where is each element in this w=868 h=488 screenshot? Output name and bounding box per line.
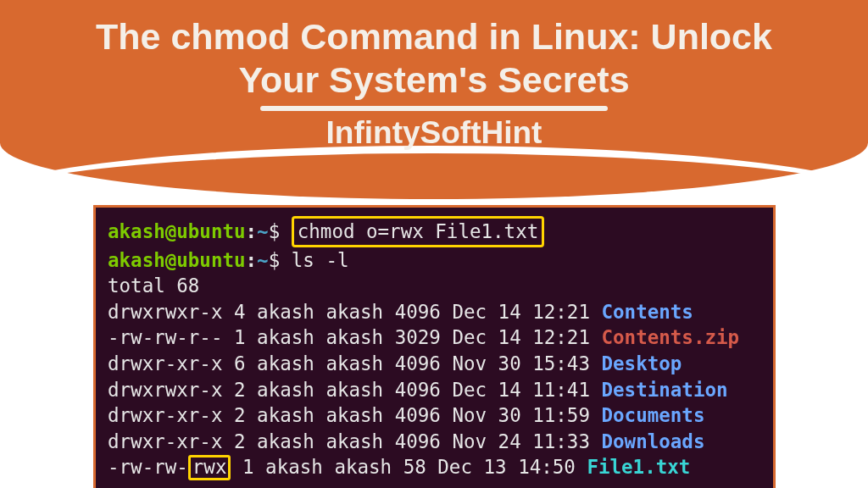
prompt-host: ubuntu [176, 249, 245, 271]
size: 3029 [395, 326, 441, 348]
owner: akash [257, 352, 314, 374]
owner: akash [257, 301, 314, 323]
highlight-cmd1: chmod o=rwx File1.txt [292, 216, 544, 247]
links: 2 [234, 430, 246, 452]
prompt-path: ~ [257, 249, 269, 271]
prompt-at: @ [165, 220, 177, 242]
terminal: akash@ubuntu:~$ chmod o=rwx File1.txt ak… [93, 205, 776, 488]
links: 1 [234, 326, 246, 348]
terminal-line-cmd1: akash@ubuntu:~$ chmod o=rwx File1.txt [108, 216, 761, 247]
group: akash [326, 404, 383, 426]
page: The chmod Command in Linux: Unlock Your … [0, 0, 868, 488]
total-text: total 68 [108, 274, 199, 297]
list-row: drwxr-xr-x 6 akash akash 4096 Nov 30 15:… [108, 351, 761, 377]
group: akash [326, 379, 383, 401]
cmd2: ls -l [292, 249, 349, 271]
date: Dec 14 11:41 [452, 379, 590, 401]
group: akash [334, 456, 392, 478]
list-row: drwxr-xr-x 2 akash akash 4096 Nov 24 11:… [108, 429, 761, 455]
prompt-user: akash [108, 249, 165, 271]
owner: akash [265, 456, 323, 478]
cmd1: chmod o=rwx File1.txt [298, 220, 538, 242]
owner: akash [257, 326, 314, 348]
list-row-highlighted: -rw-rw-rwx 1 akash akash 58 Dec 13 14:50… [108, 454, 761, 480]
perm-hl: rwx [192, 456, 227, 478]
title-underline [260, 106, 608, 111]
links: 4 [234, 301, 246, 323]
size: 4096 [395, 379, 441, 401]
filename: Contents.zip [602, 326, 740, 348]
subtitle: InfintySoftHint [0, 115, 868, 151]
perm: drwxr-xr-x [108, 404, 222, 426]
links: 2 [234, 404, 246, 426]
links: 6 [234, 352, 246, 374]
owner: akash [257, 379, 314, 401]
size: 4096 [395, 352, 441, 374]
prompt-dollar: $ [269, 249, 281, 271]
perm: -rw-rw-r-- [108, 326, 222, 348]
filename: Downloads [602, 430, 705, 452]
terminal-line-cmd2: akash@ubuntu:~$ ls -l [108, 247, 761, 274]
highlight-rwx: rwx [188, 455, 231, 480]
owner: akash [257, 404, 314, 426]
title-line2: Your System's Secrets [238, 59, 629, 100]
date: Nov 24 11:33 [452, 430, 590, 452]
prompt-colon: : [246, 220, 258, 242]
filename: Contents [602, 301, 693, 323]
date: Nov 30 15:43 [452, 352, 590, 374]
links: 1 [242, 456, 254, 478]
prompt-path: ~ [257, 220, 269, 242]
list-row: drwxrwxr-x 2 akash akash 4096 Dec 14 11:… [108, 377, 761, 403]
filename: Destination [602, 379, 728, 401]
prompt-dollar: $ [269, 220, 281, 242]
size: 4096 [395, 301, 441, 323]
group: akash [326, 430, 383, 452]
list-row: drwxrwxr-x 4 akash akash 4096 Dec 14 12:… [108, 299, 761, 325]
filename: Desktop [602, 352, 682, 374]
date: Dec 14 12:21 [452, 326, 590, 348]
prompt-host: ubuntu [176, 220, 245, 242]
date: Dec 13 14:50 [437, 456, 576, 478]
perm: drwxrwxr-x [108, 301, 222, 323]
page-title: The chmod Command in Linux: Unlock Your … [0, 15, 868, 111]
terminal-line-total: total 68 [108, 273, 761, 299]
group: akash [326, 301, 383, 323]
date: Dec 14 12:21 [452, 301, 590, 323]
prompt-at: @ [165, 249, 177, 271]
list-row: -rw-rw-r-- 1 akash akash 3029 Dec 14 12:… [108, 324, 761, 351]
size: 4096 [395, 430, 441, 452]
size: 58 [403, 456, 426, 478]
prompt-user: akash [108, 220, 165, 242]
prompt-colon: : [246, 249, 258, 271]
perm: drwxrwxr-x [108, 379, 222, 401]
title-line1: The chmod Command in Linux: Unlock [96, 16, 772, 57]
perm: drwxr-xr-x [108, 430, 222, 452]
links: 2 [234, 379, 246, 401]
group: akash [326, 326, 383, 348]
date: Nov 30 11:59 [452, 404, 590, 426]
filename: File1.txt [587, 456, 690, 478]
size: 4096 [395, 404, 441, 426]
perm: drwxr-xr-x [108, 352, 222, 374]
filename: Documents [602, 404, 705, 426]
owner: akash [257, 430, 314, 452]
list-row: drwxr-xr-x 2 akash akash 4096 Nov 30 11:… [108, 402, 761, 429]
group: akash [326, 352, 383, 374]
perm-pre: -rw-rw- [108, 456, 188, 478]
